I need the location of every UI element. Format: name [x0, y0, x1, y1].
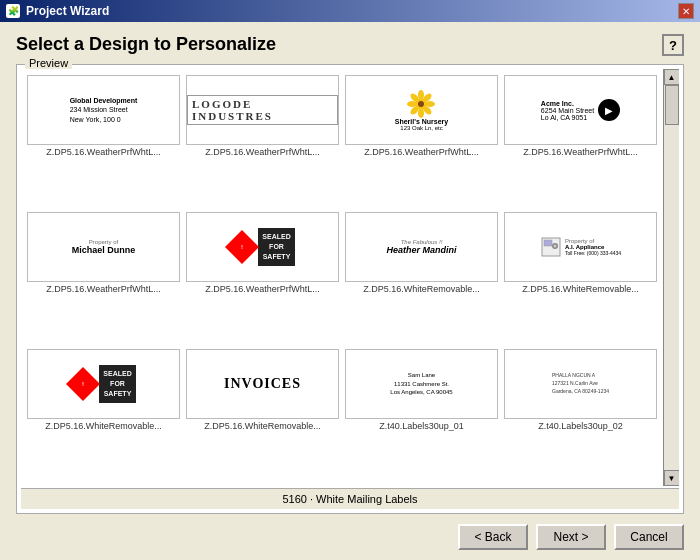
- dialog-title: Select a Design to Personalize: [16, 34, 276, 55]
- thumb-acme: Acme Inc. 6254 Main Street Lo Ai, CA 905…: [504, 75, 657, 145]
- title-bar: 🧩 Project Wizard ✕: [0, 0, 700, 22]
- list-item[interactable]: The Fabulous !! Heather Mandini Z.DP5.16…: [345, 212, 498, 343]
- sunflower-icon: [407, 90, 435, 118]
- list-item[interactable]: Property of Michael Dunne Z.DP5.16.Weath…: [27, 212, 180, 343]
- svg-rect-11: [544, 240, 552, 246]
- thumb-ai-appliance: Property of A.I. Appliance Toll Free: (0…: [504, 212, 657, 282]
- list-item[interactable]: LOGODE INDUSTRES Z.DP5.16.WeatherPrfWhtL…: [186, 75, 339, 206]
- thumb-samlane: Sam Lane 11331 Cashmere St. Los Angeles,…: [345, 349, 498, 419]
- close-button[interactable]: ✕: [678, 3, 694, 19]
- play-icon: ▶: [598, 99, 620, 121]
- scroll-down-button[interactable]: ▼: [664, 470, 680, 486]
- list-item[interactable]: Sheril's Nursery 123 Oak Ln, etc Z.DP5.1…: [345, 75, 498, 206]
- thumb-invoices: INVOICES: [186, 349, 339, 419]
- svg-point-1: [418, 101, 424, 107]
- thumb-heather: The Fabulous !! Heather Mandini: [345, 212, 498, 282]
- dialog-header: Select a Design to Personalize ?: [16, 34, 684, 56]
- item-caption: Z.DP5.16.WhiteRemovable...: [363, 284, 480, 295]
- back-button[interactable]: < Back: [458, 524, 528, 550]
- svg-point-8: [407, 101, 417, 107]
- list-item[interactable]: INVOICES Z.DP5.16.WhiteRemovable...: [186, 349, 339, 480]
- thumb-sherils: Sheril's Nursery 123 Oak Ln, etc: [345, 75, 498, 145]
- thumb-small: PHALLA NGCUN A 127321 N.Carlin Ave Garde…: [504, 349, 657, 419]
- app-icon: 🧩: [6, 4, 20, 18]
- item-caption: Z.DP5.16.WeatherPrfWhtL...: [523, 147, 637, 158]
- list-item[interactable]: ! SEALED FOR SAFETY Z.DP5.16.WhiteRemova…: [27, 349, 180, 480]
- item-caption: Z.t40.Labels30up_02: [538, 421, 623, 432]
- item-caption: Z.DP5.16.WeatherPrfWhtL...: [46, 284, 160, 295]
- svg-point-4: [425, 101, 435, 107]
- thumb-sealed2: ! SEALED FOR SAFETY: [27, 349, 180, 419]
- status-text: 5160 · White Mailing Labels: [282, 493, 417, 505]
- item-caption: Z.t40.Labels30up_01: [379, 421, 464, 432]
- svg-point-13: [553, 245, 556, 248]
- preview-scroll-area: Global Development 234 Mission StreetNew…: [21, 69, 679, 486]
- scroll-up-button[interactable]: ▲: [664, 69, 680, 85]
- window-title: Project Wizard: [26, 4, 109, 18]
- next-button[interactable]: Next >: [536, 524, 606, 550]
- thumb-global: Global Development 234 Mission StreetNew…: [27, 75, 180, 145]
- item-caption: Z.DP5.16.WeatherPrfWhtL...: [46, 147, 160, 158]
- list-item[interactable]: PHALLA NGCUN A 127321 N.Carlin Ave Garde…: [504, 349, 657, 480]
- preview-group: Preview Global Development 234 Mission S…: [16, 64, 684, 514]
- list-item[interactable]: ! SEALED FOR SAFETY Z.DP5.16.WeatherPrfW…: [186, 212, 339, 343]
- item-caption: Z.DP5.16.WhiteRemovable...: [204, 421, 321, 432]
- item-caption: Z.DP5.16.WeatherPrfWhtL...: [205, 147, 319, 158]
- cancel-button[interactable]: Cancel: [614, 524, 684, 550]
- scrollbar[interactable]: ▲ ▼: [663, 69, 679, 486]
- item-caption: Z.DP5.16.WeatherPrfWhtL...: [364, 147, 478, 158]
- item-caption: Z.DP5.16.WhiteRemovable...: [522, 284, 639, 295]
- thumb-michael: Property of Michael Dunne: [27, 212, 180, 282]
- diamond-icon: !: [225, 230, 259, 264]
- svg-point-2: [418, 90, 424, 100]
- item-caption: Z.DP5.16.WeatherPrfWhtL...: [205, 284, 319, 295]
- preview-label: Preview: [25, 57, 72, 69]
- appliance-icon: [540, 236, 562, 258]
- dialog-body: Select a Design to Personalize ? Preview…: [0, 22, 700, 560]
- svg-point-6: [418, 108, 424, 118]
- help-button[interactable]: ?: [662, 34, 684, 56]
- status-bar: 5160 · White Mailing Labels: [21, 488, 679, 509]
- list-item[interactable]: Property of A.I. Appliance Toll Free: (0…: [504, 212, 657, 343]
- list-item[interactable]: Acme Inc. 6254 Main Street Lo Ai, CA 905…: [504, 75, 657, 206]
- title-bar-left: 🧩 Project Wizard: [6, 4, 109, 18]
- list-item[interactable]: Global Development 234 Mission StreetNew…: [27, 75, 180, 206]
- thumb-logode: LOGODE INDUSTRES: [186, 75, 339, 145]
- list-item[interactable]: Sam Lane 11331 Cashmere St. Los Angeles,…: [345, 349, 498, 480]
- preview-grid: Global Development 234 Mission StreetNew…: [21, 69, 663, 486]
- diamond2-icon: !: [66, 367, 100, 401]
- item-caption: Z.DP5.16.WhiteRemovable...: [45, 421, 162, 432]
- button-row: < Back Next > Cancel: [16, 524, 684, 550]
- scroll-track: [664, 85, 680, 470]
- thumb-sealed: ! SEALED FOR SAFETY: [186, 212, 339, 282]
- scroll-thumb[interactable]: [665, 85, 679, 125]
